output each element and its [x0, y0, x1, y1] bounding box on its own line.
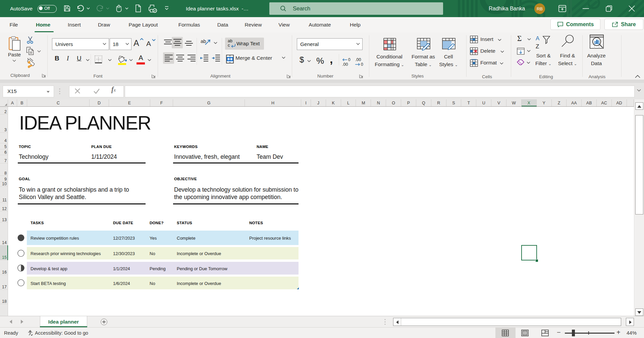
svg-text:A: A [536, 35, 540, 42]
svg-text:Z: Z [536, 43, 539, 50]
